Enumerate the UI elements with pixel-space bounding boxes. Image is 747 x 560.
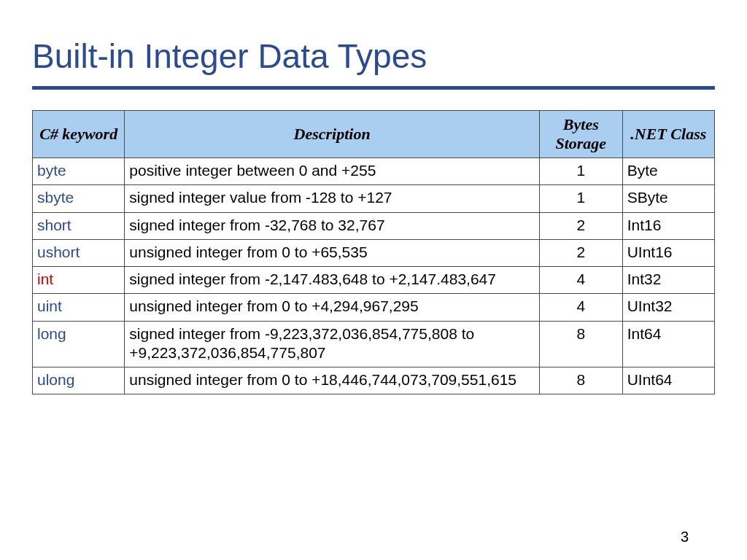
table-row: intsigned integer from -2,147.483,648 to… <box>33 267 715 294</box>
cell-bytes: 2 <box>539 239 622 266</box>
th-bytes: Bytes Storage <box>539 111 622 158</box>
page-number: 3 <box>681 529 689 545</box>
cell-netclass: UInt16 <box>622 239 714 266</box>
table-row: ushortunsigned integer from 0 to +65,535… <box>33 239 715 266</box>
cell-bytes: 4 <box>539 294 622 321</box>
table-row: shortsigned integer from -32,768 to 32,7… <box>33 212 715 239</box>
cell-netclass: SByte <box>622 185 714 212</box>
cell-bytes: 1 <box>539 185 622 212</box>
cell-keyword: int <box>33 267 125 294</box>
datatypes-table: C# keyword Description Bytes Storage .NE… <box>32 110 715 394</box>
cell-keyword: sbyte <box>33 185 125 212</box>
cell-description: unsigned integer from 0 to +65,535 <box>125 239 540 266</box>
cell-keyword: byte <box>33 158 125 185</box>
th-description: Description <box>125 111 540 158</box>
cell-keyword: ushort <box>33 239 125 266</box>
cell-description: signed integer from -9,223,372,036,854,7… <box>125 321 540 368</box>
table-row: uintunsigned integer from 0 to +4,294,96… <box>33 294 715 321</box>
cell-description: unsigned integer from 0 to +18,446,744,0… <box>125 368 540 394</box>
table-body: bytepositive integer between 0 and +2551… <box>33 158 715 394</box>
cell-bytes: 4 <box>539 267 622 294</box>
cell-keyword: ulong <box>33 368 125 394</box>
cell-keyword: long <box>33 321 125 368</box>
cell-keyword: short <box>33 212 125 239</box>
cell-keyword: uint <box>33 294 125 321</box>
cell-netclass: UInt64 <box>622 368 714 394</box>
cell-netclass: Int64 <box>622 321 714 368</box>
cell-bytes: 8 <box>539 368 622 394</box>
page-title: Built-in Integer Data Types <box>32 36 715 76</box>
cell-bytes: 1 <box>539 158 622 185</box>
cell-description: positive integer between 0 and +255 <box>125 158 540 185</box>
cell-description: signed integer from -32,768 to 32,767 <box>125 212 540 239</box>
table-row: ulongunsigned integer from 0 to +18,446,… <box>33 368 715 394</box>
th-keyword: C# keyword <box>33 111 125 158</box>
cell-netclass: UInt32 <box>622 294 714 321</box>
table-row: longsigned integer from -9,223,372,036,8… <box>33 321 715 368</box>
cell-bytes: 8 <box>539 321 622 368</box>
table-row: sbytesigned integer value from -128 to +… <box>33 185 715 212</box>
table-row: bytepositive integer between 0 and +2551… <box>33 158 715 185</box>
slide: Built-in Integer Data Types C# keyword D… <box>0 0 747 560</box>
cell-description: signed integer value from -128 to +127 <box>125 185 540 212</box>
cell-description: signed integer from -2,147.483,648 to +2… <box>125 267 540 294</box>
cell-bytes: 2 <box>539 212 622 239</box>
table-header-row: C# keyword Description Bytes Storage .NE… <box>33 111 715 158</box>
cell-netclass: Byte <box>622 158 714 185</box>
th-netclass: .NET Class <box>622 111 714 158</box>
cell-description: unsigned integer from 0 to +4,294,967,29… <box>125 294 540 321</box>
cell-netclass: Int32 <box>622 267 714 294</box>
title-rule <box>32 86 715 90</box>
cell-netclass: Int16 <box>622 212 714 239</box>
